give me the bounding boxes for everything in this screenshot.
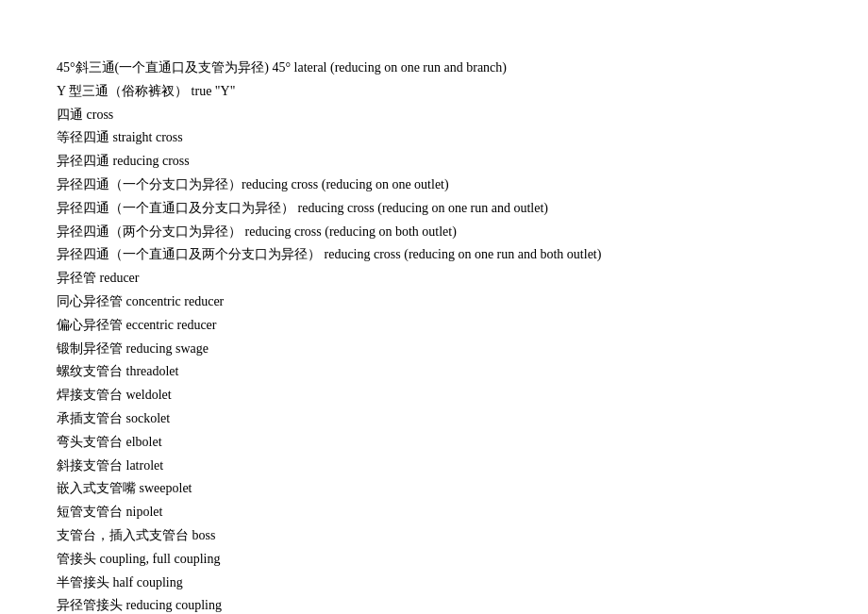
content-line: 短管支管台 nipolet (57, 501, 811, 523)
content-line: 四通 cross (57, 104, 811, 126)
content-line: 异径管接头 reducing coupling (57, 594, 811, 614)
content-line: 管接头 coupling, full coupling (57, 548, 811, 571)
content-line: 支管台，插入式支管台 boss (57, 524, 811, 547)
content-line: 承插支管台 sockolet (57, 407, 811, 430)
content-line: 螺纹支管台 threadolet (57, 360, 811, 383)
content-line: 异径管 reducer (57, 267, 811, 290)
content-line: 锻制异径管 reducing swage (57, 338, 811, 360)
content-line: 异径四通 reducing cross (57, 150, 811, 173)
content-line: 45°斜三通(一个直通口及支管为异径) 45° lateral (reducin… (57, 57, 811, 79)
content-line: 同心异径管 concentric reducer (57, 290, 811, 313)
content-line: 偏心异径管 eccentric reducer (57, 314, 811, 337)
content-line: 焊接支管台 weldolet (57, 384, 811, 407)
content-line: 弯头支管台 elbolet (57, 431, 811, 454)
content-line: 异径四通（一个直通口及分支口为异径） reducing cross (reduc… (57, 197, 811, 220)
content-line: 斜接支管台 latrolet (57, 455, 811, 477)
content-line: Y 型三通（俗称裤衩） true "Y" (57, 80, 811, 103)
content-line: 异径四通（一个直通口及两个分支口为异径） reducing cross (red… (57, 243, 811, 266)
content-line: 半管接头 half coupling (57, 572, 811, 594)
content-line: 异径四通（两个分支口为异径） reducing cross (reducing … (57, 221, 811, 243)
content-line: 异径四通（一个分支口为异径）reducing cross (reducing o… (57, 174, 811, 196)
content-line: 等径四通 straight cross (57, 126, 811, 149)
main-content: 45°斜三通(一个直通口及支管为异径) 45° lateral (reducin… (57, 57, 811, 614)
content-line: 嵌入式支管嘴 sweepolet (57, 477, 811, 500)
